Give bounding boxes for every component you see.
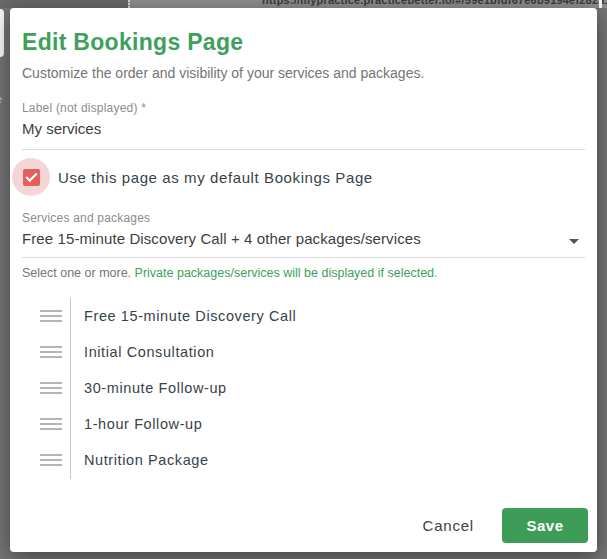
dialog-subtitle: Customize the order and visibility of yo… xyxy=(22,65,424,81)
chevron-down-icon[interactable] xyxy=(569,239,579,244)
service-list-item: 1-hour Follow-up xyxy=(10,406,490,442)
background-page-strip: https://mypractice.practicebetter.io/#/5… xyxy=(0,0,607,8)
default-page-checkbox-row[interactable]: Use this page as my default Bookings Pag… xyxy=(12,158,373,196)
dropdown-helper-text: Select one or more. Private packages/ser… xyxy=(22,266,438,280)
services-dropdown[interactable]: Free 15-minute Discovery Call + 4 other … xyxy=(22,228,585,256)
label-input[interactable]: My services xyxy=(22,120,101,137)
service-item-label: Initial Consultation xyxy=(84,344,215,360)
service-item-label: 1-hour Follow-up xyxy=(84,416,202,432)
default-page-checkbox-label: Use this page as my default Bookings Pag… xyxy=(58,169,373,186)
edit-bookings-dialog: Edit Bookings Page Customize the order a… xyxy=(10,8,597,552)
helper-green-text: Private packages/services will be displa… xyxy=(135,266,438,280)
cancel-button[interactable]: Cancel xyxy=(409,508,489,543)
services-dropdown-value: Free 15-minute Discovery Call + 4 other … xyxy=(22,230,421,247)
services-dropdown-label: Services and packages xyxy=(22,211,150,225)
background-divider xyxy=(128,0,130,8)
save-button[interactable]: Save xyxy=(502,508,588,543)
background-edge-glyph: e xyxy=(0,93,4,105)
drag-handle-icon[interactable] xyxy=(40,382,62,394)
service-list-item: Initial Consultation xyxy=(10,334,490,370)
dialog-title: Edit Bookings Page xyxy=(22,29,243,56)
helper-gray-text: Select one or more. xyxy=(22,266,131,280)
label-field-label: Label (not displayed) * xyxy=(22,101,146,115)
drag-handle-icon[interactable] xyxy=(40,454,62,466)
service-item-label: Nutrition Package xyxy=(84,452,209,468)
browser-url-text: https://mypractice.practicebetter.io/#/5… xyxy=(262,0,607,6)
checkbox-halo xyxy=(12,158,50,196)
service-list-item: Free 15-minute Discovery Call xyxy=(10,298,490,334)
background-sidebar-fragment xyxy=(0,0,128,8)
label-input-underline xyxy=(22,149,585,150)
service-item-label: 30-minute Follow-up xyxy=(84,380,227,396)
dialog-actions: Cancel Save xyxy=(409,508,589,543)
drag-handle-icon[interactable] xyxy=(40,346,62,358)
service-list-item: Nutrition Package xyxy=(10,442,490,478)
screen: https://mypractice.practicebetter.io/#/5… xyxy=(0,0,607,559)
services-dropdown-underline xyxy=(22,257,585,258)
service-item-label: Free 15-minute Discovery Call xyxy=(84,308,296,324)
drag-handle-icon[interactable] xyxy=(40,310,62,322)
checked-checkbox-icon[interactable] xyxy=(23,169,40,186)
service-list-item: 30-minute Follow-up xyxy=(10,370,490,406)
text-cursor xyxy=(599,0,602,8)
drag-handle-icon[interactable] xyxy=(40,418,62,430)
background-card-sliver xyxy=(0,9,4,57)
background-content-fragment: https://mypractice.practicebetter.io/#/5… xyxy=(128,0,607,8)
